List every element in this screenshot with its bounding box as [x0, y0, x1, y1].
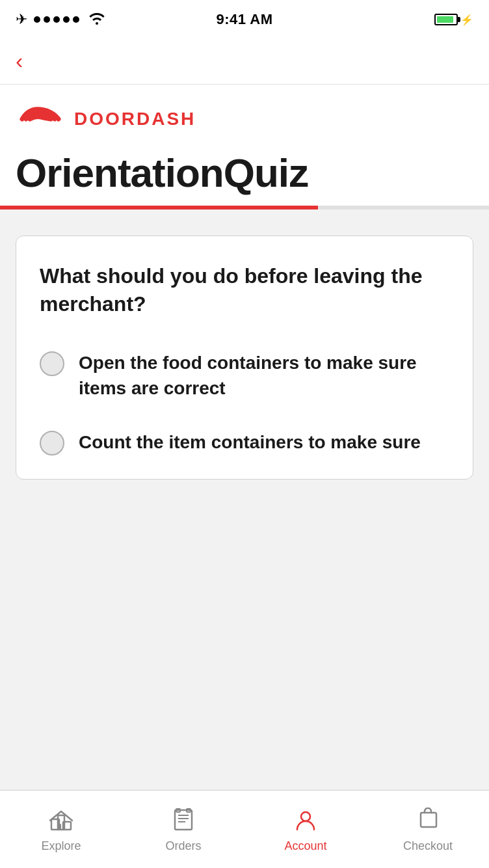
radio-button-b[interactable]	[40, 431, 64, 455]
tab-orders-label: Orders	[165, 839, 201, 853]
checkout-icon	[414, 806, 442, 834]
orders-icon	[169, 806, 198, 834]
tab-orders[interactable]: Orders	[122, 806, 244, 853]
progress-bar-track	[0, 206, 489, 210]
tab-bar: Explore Orders Account	[0, 790, 489, 868]
answer-option-a[interactable]: Open the food containers to make sure it…	[40, 350, 449, 401]
radio-button-a[interactable]	[40, 351, 64, 376]
status-time: 9:41 AM	[216, 11, 272, 28]
tab-explore-label: Explore	[41, 839, 81, 853]
signal-dot-1	[34, 16, 40, 23]
quiz-card: What should you do before leaving the me…	[16, 236, 473, 480]
battery-container: ⚡	[434, 14, 473, 26]
progress-bar-fill	[0, 206, 318, 210]
wifi-icon	[88, 10, 105, 29]
explore-icon	[47, 806, 75, 834]
status-bar: ✈ 9:41 AM ⚡	[0, 0, 489, 39]
answer-text-b: Count the item containers to make sure	[79, 429, 421, 455]
doordash-logo-icon	[16, 103, 65, 135]
account-icon	[291, 806, 320, 834]
page-title-section: OrientationQuiz	[0, 148, 489, 206]
brand-section: DOORDASH	[0, 85, 489, 148]
charging-icon: ⚡	[460, 14, 473, 26]
battery-icon	[434, 14, 458, 25]
progress-bar-container	[0, 206, 489, 210]
question-text: What should you do before leaving the me…	[40, 262, 449, 318]
content-area: What should you do before leaving the me…	[0, 210, 489, 571]
tab-account[interactable]: Account	[244, 806, 367, 853]
doordash-logo: DOORDASH	[16, 103, 196, 135]
airplane-icon: ✈	[16, 11, 27, 28]
tab-explore[interactable]: Explore	[0, 806, 122, 853]
header-bar: ‹	[0, 39, 489, 85]
svg-rect-4	[175, 810, 192, 830]
status-right: ⚡	[434, 14, 473, 26]
back-button[interactable]: ‹	[16, 49, 23, 72]
signal-dot-5	[73, 16, 79, 23]
tab-account-label: Account	[284, 839, 326, 853]
signal-dot-4	[63, 16, 70, 23]
brand-name: DOORDASH	[74, 109, 196, 129]
battery-fill	[437, 16, 453, 23]
signal-dots	[34, 16, 79, 23]
page-title: OrientationQuiz	[16, 151, 473, 195]
status-left: ✈	[16, 10, 105, 29]
answer-text-a: Open the food containers to make sure it…	[79, 350, 449, 401]
svg-point-10	[301, 812, 310, 821]
answer-option-b[interactable]: Count the item containers to make sure	[40, 429, 449, 455]
signal-dot-2	[44, 16, 50, 23]
signal-dot-3	[53, 16, 60, 23]
tab-checkout-label: Checkout	[403, 839, 453, 853]
tab-checkout[interactable]: Checkout	[367, 806, 489, 853]
